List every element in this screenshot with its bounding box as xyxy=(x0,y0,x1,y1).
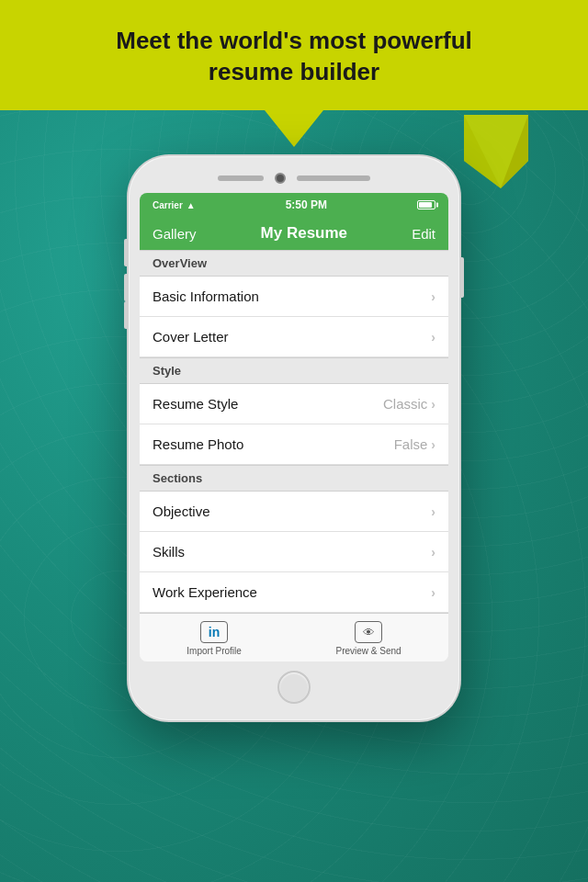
resume-style-right: Classic › xyxy=(383,396,435,412)
status-time: 5:50 PM xyxy=(196,198,417,211)
nav-bar: Gallery My Resume Edit xyxy=(140,217,448,250)
skills-right: › xyxy=(431,545,435,560)
chevron-icon: › xyxy=(431,330,435,345)
battery-area xyxy=(417,200,435,209)
chevron-icon: › xyxy=(431,437,435,452)
phone-outer: Carrier ▲ 5:50 PM Gallery My Resume Edit xyxy=(129,156,459,720)
wifi-icon: ▲ xyxy=(187,200,196,210)
objective-right: › xyxy=(431,504,435,519)
cover-letter-label: Cover Letter xyxy=(153,329,229,345)
phone-frame: Carrier ▲ 5:50 PM Gallery My Resume Edit xyxy=(129,156,459,720)
section-header-sections: Sections xyxy=(140,465,448,492)
origami-decoration xyxy=(455,106,537,188)
list-item-cover-letter[interactable]: Cover Letter › xyxy=(140,317,448,357)
import-profile-button[interactable]: in Import Profile xyxy=(187,621,241,656)
resume-photo-label: Resume Photo xyxy=(153,436,243,452)
work-experience-label: Work Experience xyxy=(153,584,257,600)
battery-icon xyxy=(417,200,435,209)
import-label: Import Profile xyxy=(187,646,241,656)
list-item-work-experience[interactable]: Work Experience › xyxy=(140,572,448,613)
list-container: OverView Basic Information › Cover Lette… xyxy=(140,250,448,613)
carrier-label: Carrier xyxy=(153,200,183,210)
camera xyxy=(275,173,286,184)
preview-icon: 👁 xyxy=(355,621,382,643)
chevron-icon: › xyxy=(431,545,435,560)
basic-information-label: Basic Information xyxy=(153,288,259,304)
phone-screen: Carrier ▲ 5:50 PM Gallery My Resume Edit xyxy=(140,193,448,662)
chevron-icon: › xyxy=(431,585,435,600)
resume-style-label: Resume Style xyxy=(153,396,238,412)
chevron-icon: › xyxy=(431,289,435,304)
resume-style-value: Classic xyxy=(383,396,427,412)
section-header-overview: OverView xyxy=(140,250,448,277)
list-item-resume-photo[interactable]: Resume Photo False › xyxy=(140,424,448,465)
list-item-basic-information[interactable]: Basic Information › xyxy=(140,277,448,317)
resume-photo-value: False xyxy=(394,436,428,452)
banner-text: Meet the world's most powerful resume bu… xyxy=(116,26,472,88)
preview-label: Preview & Send xyxy=(336,646,401,656)
list-item-objective[interactable]: Objective › xyxy=(140,492,448,532)
objective-label: Objective xyxy=(153,503,210,519)
nav-title: My Resume xyxy=(261,224,347,243)
gallery-button[interactable]: Gallery xyxy=(153,226,197,242)
chevron-icon: › xyxy=(431,397,435,412)
home-button[interactable] xyxy=(277,671,311,704)
status-bar: Carrier ▲ 5:50 PM xyxy=(140,193,448,217)
list-item-resume-style[interactable]: Resume Style Classic › xyxy=(140,384,448,424)
chevron-icon: › xyxy=(431,504,435,519)
preview-send-button[interactable]: 👁 Preview & Send xyxy=(336,621,401,656)
edit-button[interactable]: Edit xyxy=(412,226,435,242)
linkedin-icon: in xyxy=(200,621,228,643)
bottom-toolbar: in Import Profile 👁 Preview & Send xyxy=(140,613,448,662)
phone-top xyxy=(140,173,448,184)
cover-letter-right: › xyxy=(431,330,435,345)
microphone xyxy=(297,175,370,181)
section-header-style: Style xyxy=(140,357,448,384)
carrier-info: Carrier ▲ xyxy=(153,200,196,210)
speaker xyxy=(218,175,264,181)
basic-information-right: › xyxy=(431,289,435,304)
list-item-skills[interactable]: Skills › xyxy=(140,532,448,572)
work-experience-right: › xyxy=(431,585,435,600)
phone-bottom xyxy=(140,671,448,704)
resume-photo-right: False › xyxy=(394,436,435,452)
skills-label: Skills xyxy=(153,544,185,560)
